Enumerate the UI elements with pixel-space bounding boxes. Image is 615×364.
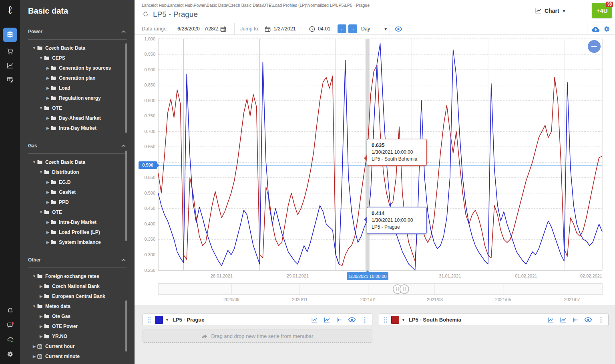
tree-item[interactable]: ▶Generation by sources: [20, 63, 135, 73]
zoom-out-button[interactable]: [588, 40, 601, 53]
section-header-gas[interactable]: Gas: [20, 141, 135, 151]
status-icon[interactable]: [3, 332, 17, 347]
line-points-icon[interactable]: [324, 317, 330, 323]
tree-item[interactable]: ▶GasNet: [20, 187, 135, 197]
tree-item[interactable]: ▼OTE: [20, 103, 135, 113]
plus4u-button[interactable]: +4U 98: [592, 3, 612, 18]
interval-select[interactable]: Day: [361, 26, 370, 32]
caret-right-icon[interactable]: ▶: [45, 86, 51, 90]
table-edit-icon[interactable]: [3, 72, 17, 87]
data-range-value[interactable]: 6/28/2020 - 7/28/2...: [177, 26, 222, 32]
prev-day-button[interactable]: ←: [338, 24, 346, 33]
cloud-download-icon[interactable]: [591, 26, 600, 32]
feedback-icon[interactable]: [3, 318, 17, 332]
caret-down-icon[interactable]: ▼: [31, 46, 37, 50]
tree-item[interactable]: ▼Distribution: [20, 167, 135, 177]
tree-item[interactable]: ▶European Central Bank: [20, 291, 135, 301]
next-day-button[interactable]: →: [348, 24, 357, 33]
tree-item[interactable]: ▼Meteo data: [20, 301, 135, 311]
tree-item[interactable]: ▶Load: [20, 83, 135, 93]
axis-left-icon[interactable]: [572, 317, 579, 323]
drag-handle-icon[interactable]: ⣿: [383, 317, 388, 323]
caret-right-icon[interactable]: ▶: [38, 314, 44, 318]
drag-handle-icon[interactable]: ⣿: [147, 317, 151, 323]
visibility-icon[interactable]: [348, 317, 356, 323]
visibility-icon[interactable]: [394, 26, 402, 32]
tree-item[interactable]: ▶Regulation energy: [20, 93, 135, 103]
line-style-icon[interactable]: [311, 317, 318, 323]
tree-item[interactable]: ▶YR.NO: [20, 331, 135, 341]
tree-item[interactable]: ▼OTE: [20, 207, 135, 217]
tree-item[interactable]: ▶Intra-Day Market: [20, 123, 135, 133]
caret-down-icon[interactable]: ▼: [38, 56, 44, 60]
line-chart-icon[interactable]: [3, 58, 17, 73]
section-header-power[interactable]: Power: [20, 26, 135, 37]
scrollbar-other[interactable]: [125, 300, 127, 352]
series-card-south-bohemia[interactable]: ⣿▼LP5 - South Bohemia⋮: [379, 314, 609, 326]
tree-item[interactable]: ▶Current minute: [20, 351, 135, 361]
caret-right-icon[interactable]: ▶: [31, 354, 37, 358]
caret-down-icon[interactable]: ▼: [31, 160, 37, 164]
caret-right-icon[interactable]: ▶: [45, 240, 51, 244]
caret-down-icon[interactable]: ▼: [31, 304, 37, 308]
caret-right-icon[interactable]: ▶: [38, 324, 44, 328]
tree-item[interactable]: ▶Current hour: [20, 341, 135, 351]
caret-right-icon[interactable]: ▶: [38, 294, 44, 298]
axis-left-icon[interactable]: [336, 317, 342, 323]
section-header-other[interactable]: Other: [20, 255, 135, 265]
series-color-swatch[interactable]: [155, 316, 163, 324]
caret-right-icon[interactable]: ▶: [45, 200, 51, 204]
caret-right-icon[interactable]: ▶: [45, 126, 51, 130]
caret-down-icon[interactable]: ▼: [31, 274, 37, 278]
tree-item[interactable]: ▶Czech National Bank: [20, 281, 135, 291]
cart-icon[interactable]: [3, 44, 17, 58]
caret-right-icon[interactable]: ▶: [45, 96, 51, 100]
gear-icon[interactable]: [603, 25, 611, 33]
jump-time-value[interactable]: 04:01: [318, 26, 330, 32]
caret-right-icon[interactable]: ▶: [45, 116, 51, 120]
tree-item[interactable]: ▶Day-Ahead Market: [20, 113, 135, 123]
series-color-swatch[interactable]: [391, 316, 399, 324]
refresh-icon[interactable]: [143, 11, 149, 17]
scrollbar-gas[interactable]: [125, 151, 127, 241]
jump-calendar-icon[interactable]: [264, 26, 271, 32]
caret-right-icon[interactable]: ▶: [45, 230, 51, 234]
kebab-menu-icon[interactable]: ⋮: [598, 316, 604, 324]
scrollbar-power[interactable]: [125, 43, 127, 133]
tree-item[interactable]: ▼CEPS: [20, 53, 135, 63]
caret-down-icon[interactable]: ▼: [38, 170, 44, 174]
tree-item[interactable]: ▼Czech Basic Data: [20, 43, 135, 53]
tree-item[interactable]: ▶EG.D: [20, 177, 135, 187]
jump-date-value[interactable]: 1/27/2021: [273, 26, 296, 32]
tree-item[interactable]: ▶OTE Power: [20, 321, 135, 331]
tree-item[interactable]: ▶Intra-Day Market: [20, 217, 135, 227]
database-icon[interactable]: [3, 28, 17, 42]
load-profile-chart[interactable]: 1.0000.9500.9000.8500.8000.7500.7000.650…: [135, 35, 615, 305]
caret-down-icon[interactable]: ▼: [38, 106, 44, 110]
bell-icon[interactable]: [3, 304, 17, 318]
caret-right-icon[interactable]: ▶: [45, 190, 51, 194]
view-switch-chart[interactable]: Chart ▼: [535, 8, 566, 14]
settings-icon[interactable]: [3, 347, 17, 361]
caret-right-icon[interactable]: ▶: [38, 334, 44, 338]
caret-right-icon[interactable]: ▶: [38, 284, 44, 288]
line-style-icon[interactable]: [547, 317, 554, 323]
caret-right-icon[interactable]: ▶: [45, 66, 51, 70]
visibility-icon[interactable]: [584, 317, 592, 323]
series-card-prague[interactable]: ⣿▼LP5 - Prague⋮: [143, 314, 372, 326]
kebab-menu-icon[interactable]: ⋮: [362, 316, 368, 324]
series-drop-zone[interactable]: Drag and drop new time serie from menuba…: [143, 330, 372, 343]
tree-item[interactable]: ▶PPD: [20, 197, 135, 207]
line-points-icon[interactable]: [560, 317, 567, 323]
tree-item[interactable]: ▼Czech Basic Data: [20, 157, 135, 167]
tree-item[interactable]: ▼Foreign exchange rates: [20, 271, 135, 281]
clock-icon[interactable]: [309, 26, 316, 32]
y-value-marker-badge[interactable]: 0.590: [139, 161, 157, 169]
tree-item[interactable]: ▶System Imbalance: [20, 237, 135, 247]
calendar-icon[interactable]: [220, 26, 227, 32]
tree-item[interactable]: ▶Load Profiles (LP): [20, 227, 135, 237]
tree-item[interactable]: ▶Ote Gas: [20, 311, 135, 321]
caret-right-icon[interactable]: ▶: [31, 344, 37, 348]
app-logo-icon[interactable]: ℓ: [0, 4, 20, 16]
caret-right-icon[interactable]: ▶: [45, 220, 51, 224]
